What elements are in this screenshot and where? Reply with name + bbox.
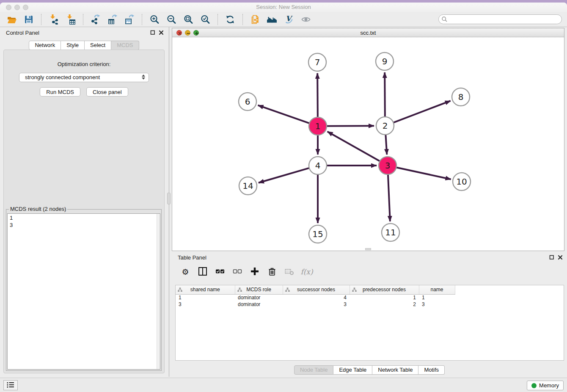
table-panel-header: Table Panel	[172, 252, 567, 263]
graph-edge-3-10[interactable]	[396, 167, 451, 179]
table-header-row: shared name MCDS role successor nodes pr…	[176, 285, 455, 294]
hierarchy-icon	[178, 287, 182, 293]
homes-icon	[267, 14, 278, 25]
canvas-scrollbar-thumb[interactable]	[365, 248, 371, 250]
deselect-all-button[interactable]	[231, 266, 243, 278]
network-window-title: scc.txt	[172, 30, 564, 36]
cell-name[interactable]: 3	[419, 301, 455, 308]
hierarchy-icon	[237, 287, 242, 293]
save-icon	[24, 14, 34, 25]
column-header-mcds-role[interactable]: MCDS role	[235, 285, 283, 294]
graph-edge-1-6[interactable]	[258, 105, 310, 123]
graph-edge-3-1[interactable]	[328, 132, 380, 161]
cell-mcds-role[interactable]: dominator	[235, 301, 283, 308]
zoom-fit-icon	[183, 14, 193, 25]
memory-button[interactable]: Memory	[527, 381, 564, 390]
network-window-titlebar: scc.txt	[172, 28, 564, 37]
tab-network[interactable]: Network	[29, 41, 61, 50]
task-history-button[interactable]	[3, 380, 18, 390]
toolbar-separator	[242, 14, 243, 25]
home-button[interactable]	[265, 13, 279, 26]
import-network-button[interactable]	[47, 13, 61, 26]
column-header-shared-name[interactable]: shared name	[176, 285, 235, 294]
graph-node-label-1: 1	[315, 121, 321, 131]
table-toolbar: ⚙ f(x)	[175, 264, 564, 280]
float-panel-icon[interactable]	[150, 30, 155, 35]
tab-network-table[interactable]: Network Table	[372, 365, 418, 375]
graph-edge-4-14[interactable]	[259, 168, 309, 183]
optimization-criterion-select[interactable]: strongly connected component	[19, 73, 149, 82]
zoom-in-button[interactable]	[148, 13, 161, 26]
cell-successor-nodes[interactable]: 3	[283, 301, 350, 308]
export-image-button[interactable]	[123, 13, 136, 26]
zoom-out-button[interactable]	[165, 13, 178, 26]
column-header-name[interactable]: name	[419, 285, 455, 294]
graph-node-label-3: 3	[385, 160, 391, 171]
run-mcds-button[interactable]: Run MCDS	[40, 87, 80, 97]
tab-motifs[interactable]: Motifs	[418, 365, 445, 375]
window-titlebar: Session: New Session	[0, 3, 567, 12]
vizmapper-button[interactable]: V	[282, 13, 296, 26]
tab-mcds[interactable]: MCDS	[111, 41, 139, 50]
cell-shared-name[interactable]: 3	[176, 301, 235, 308]
open-file-button[interactable]	[5, 13, 19, 26]
search-icon	[442, 17, 447, 22]
cell-predecessor-nodes[interactable]: 2	[350, 301, 419, 308]
cell-shared-name[interactable]: 1	[176, 294, 235, 301]
graph-node-label-4: 4	[315, 160, 321, 171]
cell-name[interactable]: 1	[419, 294, 455, 301]
save-session-button[interactable]	[22, 13, 36, 26]
graph-edge-2-9[interactable]	[385, 72, 385, 117]
result-scrollbar[interactable]	[157, 214, 160, 369]
open-network-document-button[interactable]	[248, 13, 262, 26]
tab-style[interactable]: Style	[61, 41, 85, 50]
graph-edge-3-11[interactable]	[388, 174, 390, 221]
graph-node-label-2: 2	[383, 121, 388, 131]
zoom-in-icon	[149, 14, 160, 25]
graph-edge-2-8[interactable]	[394, 101, 451, 122]
columns-icon	[198, 267, 207, 277]
tab-edge-table[interactable]: Edge Table	[333, 365, 372, 375]
float-table-panel-icon[interactable]	[549, 255, 554, 260]
column-visibility-button[interactable]	[197, 266, 209, 278]
graph-edge-2-3[interactable]	[385, 135, 387, 155]
graph-edge-1-2[interactable]	[327, 126, 374, 126]
export-network-button[interactable]	[89, 13, 102, 26]
cell-mcds-role[interactable]: dominator	[235, 294, 283, 301]
graph-node-label-7: 7	[315, 57, 320, 67]
delete-table-button[interactable]	[284, 266, 295, 278]
network-canvas[interactable]: 7968124314101511	[172, 37, 564, 251]
apply-layout-button[interactable]	[223, 13, 237, 26]
panel-divider-handle[interactable]	[167, 193, 171, 204]
column-header-successor-nodes[interactable]: successor nodes	[283, 285, 350, 294]
zoom-fit-button[interactable]	[182, 13, 195, 26]
table-settings-button[interactable]: ⚙	[179, 266, 191, 278]
column-header-predecessor-nodes[interactable]: predecessor nodes	[350, 285, 419, 294]
add-column-button[interactable]	[249, 266, 261, 278]
zoom-selected-button[interactable]	[198, 13, 212, 26]
export-table-button[interactable]	[106, 13, 119, 26]
main-toolbar: V	[0, 12, 567, 27]
graph-node-label-11: 11	[385, 227, 396, 237]
cell-successor-nodes[interactable]: 4	[283, 294, 350, 301]
mcds-result-textarea[interactable]: 1 3	[7, 213, 160, 370]
tab-node-table[interactable]: Node Table	[294, 365, 334, 375]
show-hide-button[interactable]	[299, 13, 313, 26]
import-table-button[interactable]	[64, 13, 77, 26]
close-panel-icon[interactable]	[159, 30, 164, 35]
import-network-icon	[49, 14, 59, 25]
delete-column-button[interactable]	[266, 266, 278, 278]
table-panel: Table Panel ⚙ f(x) shared name MCD	[172, 252, 567, 377]
close-table-panel-icon[interactable]	[558, 255, 563, 260]
gear-icon: ⚙	[182, 268, 189, 276]
select-all-button[interactable]	[214, 266, 226, 278]
close-panel-button[interactable]: Close panel	[86, 87, 128, 97]
function-builder-button[interactable]: f(x)	[301, 266, 313, 278]
graph-edge-1-7[interactable]	[317, 73, 318, 117]
table-row[interactable]: 1 dominator 4 1 1	[176, 294, 455, 301]
table-row[interactable]: 3 dominator 3 2 3	[176, 301, 455, 308]
search-input[interactable]	[438, 14, 562, 24]
tab-select[interactable]: Select	[85, 41, 111, 50]
cell-predecessor-nodes[interactable]: 1	[350, 294, 419, 301]
delete-table-icon	[285, 267, 294, 277]
